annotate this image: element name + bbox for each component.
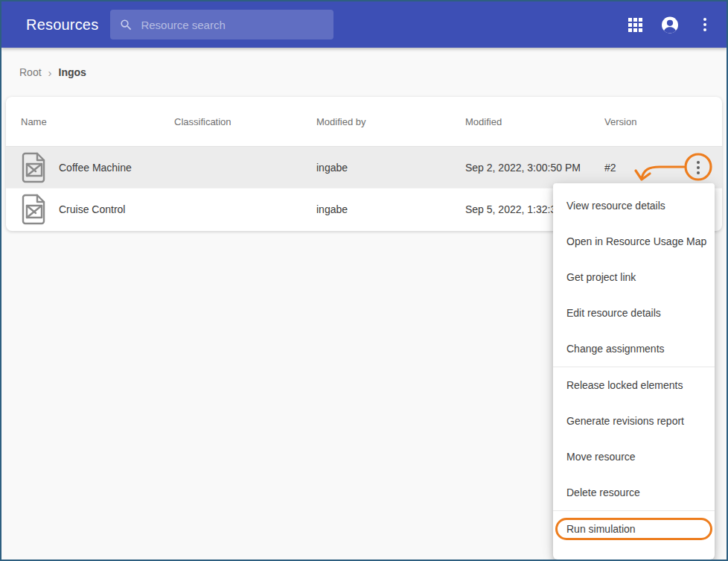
resource-name: Cruise Control bbox=[59, 203, 125, 215]
breadcrumb-current: Ingos bbox=[59, 66, 86, 78]
menu-item-edit-resource-details[interactable]: Edit resource details bbox=[553, 295, 715, 331]
column-header-modified-by[interactable]: Modified by bbox=[316, 116, 465, 127]
resource-name: Coffee Machine bbox=[59, 162, 132, 174]
menu-item-move-resource[interactable]: Move resource bbox=[553, 439, 715, 475]
resource-modified: Sep 2, 2022, 3:00:50 PM bbox=[465, 162, 604, 174]
row-actions-menu-button[interactable] bbox=[683, 153, 713, 183]
menu-item-release-locked-elements[interactable]: Release locked elements bbox=[553, 367, 715, 403]
column-header-version[interactable]: Version bbox=[604, 116, 674, 127]
resource-modified-by: ingabe bbox=[316, 203, 465, 215]
menu-item-get-project-link[interactable]: Get project link bbox=[553, 259, 715, 295]
apps-grid-icon[interactable] bbox=[625, 15, 645, 34]
app-title: Resources bbox=[26, 16, 98, 34]
breadcrumb: Root › Ingos bbox=[1, 48, 727, 97]
app-window: Resources bbox=[0, 0, 728, 561]
more-vertical-icon[interactable] bbox=[695, 15, 715, 34]
search-icon bbox=[119, 18, 133, 32]
menu-item-delete-resource[interactable]: Delete resource bbox=[553, 475, 715, 510]
table-row[interactable]: Coffee Machine ingabe Sep 2, 2022, 3:00:… bbox=[6, 147, 722, 188]
chevron-right-icon: › bbox=[48, 66, 52, 79]
column-header-classification[interactable]: Classification bbox=[174, 116, 316, 127]
resource-document-icon bbox=[21, 194, 48, 225]
search-input[interactable] bbox=[141, 19, 325, 31]
table-header-row: Name Classification Modified by Modified… bbox=[6, 97, 722, 147]
resource-version: #2 bbox=[604, 162, 674, 174]
column-header-name[interactable]: Name bbox=[6, 116, 174, 127]
resource-modified-by: ingabe bbox=[316, 162, 465, 174]
row-context-menu: View resource details Open in Resource U… bbox=[553, 183, 715, 560]
resource-document-icon bbox=[21, 152, 48, 183]
column-header-modified[interactable]: Modified bbox=[465, 116, 604, 127]
menu-item-open-in-resource-usage-map[interactable]: Open in Resource Usage Map bbox=[553, 224, 715, 259]
app-bar: Resources bbox=[1, 1, 727, 48]
app-bar-actions bbox=[625, 15, 715, 34]
menu-divider bbox=[553, 510, 715, 511]
breadcrumb-root[interactable]: Root bbox=[19, 66, 42, 78]
account-circle-icon[interactable] bbox=[660, 15, 680, 34]
menu-item-change-assignments[interactable]: Change assignments bbox=[553, 331, 715, 367]
menu-item-generate-revisions-report[interactable]: Generate revisions report bbox=[553, 403, 715, 439]
menu-item-view-resource-details[interactable]: View resource details bbox=[553, 188, 715, 224]
menu-item-run-simulation[interactable]: Run simulation bbox=[555, 518, 712, 540]
search-box[interactable] bbox=[110, 10, 333, 39]
